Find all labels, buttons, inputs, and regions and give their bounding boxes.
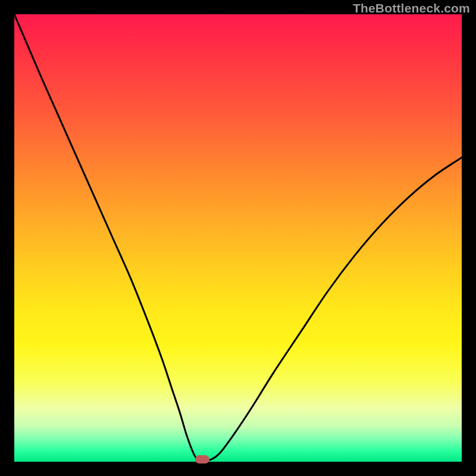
minimum-marker [195,455,209,464]
curve-layer [14,14,462,462]
chart-frame: TheBottleneck.com [0,0,476,476]
bottleneck-curve [14,14,462,460]
watermark-text: TheBottleneck.com [353,1,470,15]
plot-area [14,14,462,462]
